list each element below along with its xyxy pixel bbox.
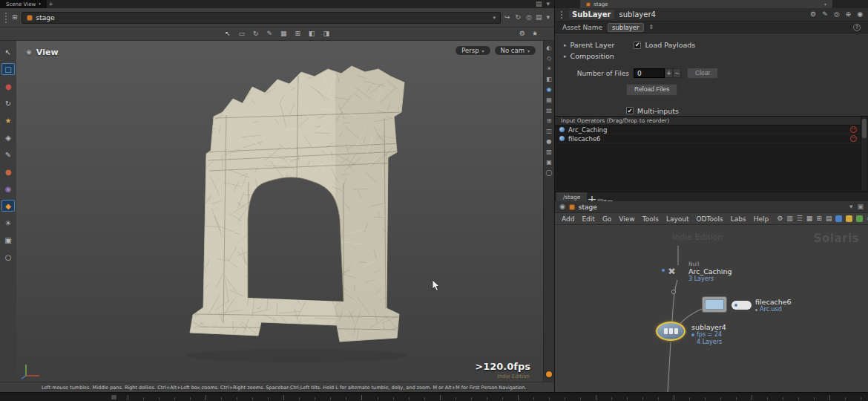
stage-path-select[interactable]: stage ▾ — [22, 12, 501, 24]
paint-tool-icon[interactable]: ◉ — [1, 183, 15, 195]
increment-button[interactable]: + — [665, 68, 673, 78]
new-network-tab-button[interactable]: + — [587, 192, 596, 201]
decrement-button[interactable]: − — [673, 68, 681, 78]
playbar-strip[interactable] — [0, 392, 868, 401]
menu-edit[interactable]: Edit — [578, 215, 598, 223]
gear-icon[interactable]: ⚙ — [810, 11, 816, 18]
menu-odtools[interactable]: ODTools — [693, 215, 727, 223]
secure-selection-icon[interactable]: □ — [1, 63, 15, 75]
search-icon[interactable]: ◎ — [834, 11, 840, 18]
pane-tab-menu-icon[interactable]: ▤ — [536, 1, 542, 7]
notification-dot-icon[interactable] — [546, 371, 552, 377]
edit-comment-icon[interactable]: ✎ — [822, 11, 828, 18]
link-pane-icon[interactable]: ↪ — [504, 14, 510, 21]
follow-target-icon[interactable]: ◎ — [526, 14, 532, 21]
normals-display-icon[interactable]: ▥ — [546, 149, 552, 155]
menu-view[interactable]: View — [615, 215, 638, 223]
node-sublayer4[interactable]: sublayer4 fps = 24 4 Layers — [656, 322, 685, 341]
playbar-handle-icon[interactable] — [111, 395, 116, 400]
network-canvas[interactable]: Indie Edition Solaris ✖ Null Arc_Caching — [555, 225, 868, 392]
wireframe-mode-icon[interactable]: ◇ — [547, 56, 551, 62]
input-operator-row[interactable]: filecache6− — [555, 134, 861, 143]
select-back-icon[interactable]: ◨ — [323, 30, 330, 37]
character-tool-icon[interactable]: ● — [1, 166, 15, 177]
help-icon[interactable]: ? — [853, 24, 861, 31]
persp-button[interactable]: Persp ▾ — [455, 45, 490, 56]
guides-icon[interactable]: ◫ — [546, 128, 552, 134]
menu-tools[interactable]: Tools — [639, 215, 662, 223]
extra-tool-icon[interactable]: ○ — [1, 251, 15, 263]
parent-layer-label[interactable]: Parent Layer — [571, 41, 615, 49]
load-payloads-checkbox[interactable]: ✔ — [634, 42, 641, 49]
jump-to-node-icon[interactable]: ⊕ — [846, 11, 852, 18]
usd-reference-chip[interactable] — [731, 301, 752, 310]
timeline-ticks[interactable] — [128, 393, 862, 400]
input-operator-row[interactable]: Arc_Caching− — [555, 125, 861, 134]
camera-lock-icon[interactable]: ▣ — [546, 160, 552, 166]
node-filecache6[interactable]: filecache6 Arc.usd — [702, 296, 727, 313]
menu-layout[interactable]: Layout — [662, 215, 693, 223]
viewport-layout-icon[interactable]: ◯ — [546, 170, 553, 176]
edit-tool-icon[interactable]: ✎ — [1, 149, 15, 160]
collapse-triangle-icon[interactable]: ▸ — [564, 42, 567, 48]
pane-grip[interactable] — [4, 12, 8, 24]
background-image-icon[interactable]: ▤ — [546, 108, 552, 114]
sticky-note-icon[interactable] — [846, 215, 852, 222]
remove-input-icon[interactable]: − — [850, 135, 857, 142]
node-name-field[interactable]: sublayer4 — [619, 10, 656, 19]
pane-tab-caret-icon[interactable]: ▾ — [546, 1, 550, 7]
viewport-3d[interactable]: ◉ View Persp ▾ No cam ▾ >120.0fps Indie … — [16, 41, 543, 382]
points-display-icon[interactable]: ● — [547, 139, 552, 145]
contained-select-icon[interactable]: ⊞ — [295, 30, 301, 37]
asset-name-select[interactable]: sublayer — [608, 23, 644, 32]
box-select-icon[interactable]: ▭ — [238, 30, 245, 37]
list-scrollbar[interactable] — [861, 117, 867, 191]
brush-select-icon[interactable]: ✎ — [266, 30, 272, 37]
grid-toggle-icon[interactable]: ⊞ — [547, 118, 552, 124]
scene-view-tab[interactable]: Scene View ▾ — [0, 0, 47, 8]
light-tool-icon[interactable]: ☀ — [1, 217, 15, 229]
scrollbar-thumb[interactable] — [862, 119, 867, 138]
list-view-icon[interactable]: ☰ — [797, 215, 803, 222]
parameters-tab[interactable]: stage ▾ — [580, 0, 832, 8]
display-options-gear-icon[interactable]: ⚙ — [519, 30, 525, 37]
refresh-icon[interactable]: ↻ — [516, 14, 522, 21]
path-caret-icon[interactable]: ▾ — [849, 203, 853, 210]
menu-add[interactable]: Add — [558, 215, 578, 223]
node-arc-caching[interactable]: ✖ Null Arc_Caching 3 Layers — [668, 264, 676, 278]
collapse-triangle-icon[interactable]: ▸ — [564, 53, 567, 59]
textures-icon[interactable]: ▦ — [546, 97, 552, 103]
node-flag-dot[interactable] — [662, 269, 665, 272]
camera-tool-icon[interactable]: ▣ — [1, 234, 15, 246]
network-path-value[interactable]: stage — [579, 203, 597, 211]
composition-label[interactable]: Composition — [571, 52, 614, 60]
pin-icon[interactable]: ◉ — [559, 203, 565, 210]
visible-geometry-icon[interactable]: ▦ — [280, 30, 287, 37]
remove-input-icon[interactable]: − — [850, 126, 857, 133]
pose-tool-icon[interactable]: ★ — [1, 114, 15, 126]
number-of-files-field[interactable]: 0 — [634, 68, 665, 78]
materials-icon[interactable]: ◉ — [547, 87, 552, 93]
pane-menu-icon[interactable]: ▤ — [536, 14, 542, 21]
pane-grip[interactable] — [560, 10, 564, 19]
snapshot-icon[interactable]: ▥ — [786, 215, 793, 222]
select-tool-icon[interactable]: ↖ — [1, 46, 15, 58]
snap-tool-icon[interactable]: ◆ — [1, 200, 15, 212]
pane-caret-icon[interactable]: ▾ — [546, 14, 550, 21]
shade-mode-icon[interactable]: ◐ — [547, 45, 552, 51]
menu-labs[interactable]: Labs — [727, 215, 750, 223]
shadows-icon[interactable]: ◧ — [546, 76, 552, 82]
no-cam-button[interactable]: No cam ▾ — [494, 45, 536, 56]
grid-view-icon[interactable]: ▦ — [806, 215, 813, 222]
data-tree-icon[interactable] — [835, 215, 842, 222]
network-tab[interactable]: /stage — [556, 192, 587, 201]
snapping-options-icon[interactable]: ★ — [532, 30, 538, 37]
new-tab-button[interactable]: + — [47, 0, 56, 8]
align-nodes-icon[interactable]: ▤ — [826, 215, 832, 222]
menu-go[interactable]: Go — [599, 215, 615, 223]
select-front-icon[interactable]: ◧ — [309, 30, 315, 37]
translate-tool-icon[interactable]: ● — [1, 80, 15, 92]
table-view-icon[interactable]: ⊞ — [816, 215, 822, 222]
rotate-tool-icon[interactable]: ↻ — [1, 97, 15, 109]
path-lock-icon[interactable]: ▣ — [857, 203, 864, 210]
